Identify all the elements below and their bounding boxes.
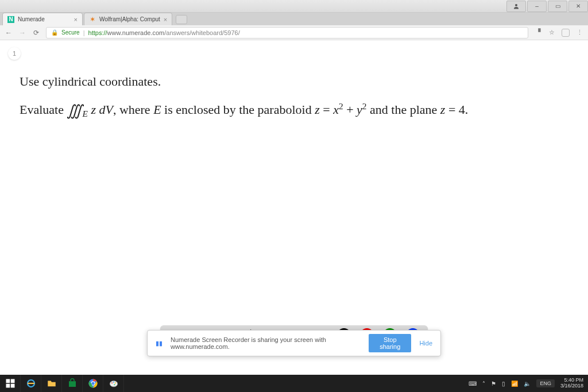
- tab-title: Numerade: [18, 16, 71, 22]
- problem-statement: Use cylindrical coordinates. Evaluate ∭E…: [20, 71, 565, 121]
- nav-reload-icon[interactable]: ⟳: [32, 29, 40, 37]
- tab-close-icon[interactable]: ×: [74, 16, 78, 23]
- clock-date: 3/16/2018: [560, 383, 583, 389]
- window-user-button[interactable]: [506, 1, 526, 12]
- browser-tab-numerade[interactable]: N Numerade ×: [2, 13, 83, 25]
- eq1-x-sup: 2: [339, 101, 343, 111]
- integrand: z dV: [88, 102, 113, 117]
- bookmark-star-icon[interactable]: ☆: [548, 29, 556, 37]
- address-input[interactable]: 🔒 Secure | https://www.numerade.com/answ…: [46, 27, 528, 39]
- url-protocol: https://: [88, 29, 107, 36]
- svg-point-13: [111, 382, 112, 383]
- tab-close-icon[interactable]: ×: [164, 16, 167, 23]
- share-message: Numerade Screen Recorder is sharing your…: [171, 336, 361, 350]
- svg-rect-8: [69, 381, 76, 387]
- svg-rect-6: [10, 384, 14, 388]
- tray-volume-icon[interactable]: 🔈: [524, 381, 531, 387]
- tray-chevron-icon[interactable]: ˄: [482, 381, 485, 387]
- integral-subscript: E: [82, 109, 87, 119]
- cast-icon[interactable]: ▝: [534, 29, 542, 37]
- lock-icon: 🔒: [51, 29, 58, 36]
- favicon-numerade: N: [7, 16, 14, 23]
- page-content: 1 Use cylindrical coordinates. Evaluate …: [0, 40, 588, 375]
- text-and-plane: and the plane: [367, 102, 440, 117]
- eq1-lhs: z: [315, 102, 320, 117]
- taskbar-store[interactable]: [62, 375, 83, 392]
- browser-menu-icon[interactable]: ⋮: [575, 29, 583, 37]
- svg-rect-3: [6, 379, 10, 383]
- eq2-rhs: 4: [459, 102, 465, 117]
- nav-forward-icon: →: [18, 29, 26, 37]
- tab-title: Wolfram|Alpha: Comput: [99, 16, 160, 22]
- url-host: www.numerade.com: [107, 29, 165, 36]
- eq1-x: x: [333, 102, 339, 117]
- stop-sharing-button[interactable]: Stop sharing: [369, 334, 411, 352]
- svg-rect-4: [10, 379, 14, 383]
- keyboard-icon[interactable]: ⌨: [469, 381, 477, 387]
- extension-icon[interactable]: [562, 29, 570, 37]
- eq1-y-sup: 2: [362, 101, 367, 111]
- tray-wifi-icon[interactable]: 📶: [511, 381, 518, 387]
- secure-label: Secure: [61, 29, 80, 36]
- share-indicator-icon: ▮▮: [156, 340, 163, 347]
- triple-integral-icon: ∭: [67, 99, 82, 123]
- eq2-eq: =: [445, 102, 458, 117]
- screen-share-popup: ▮▮ Numerade Screen Recorder is sharing y…: [147, 330, 441, 356]
- page-number-badge[interactable]: 1: [8, 47, 21, 60]
- eq1-y: y: [357, 102, 362, 117]
- problem-line1: Use cylindrical coordinates.: [20, 71, 565, 91]
- eq1-plus: +: [343, 102, 357, 117]
- hide-link[interactable]: Hide: [419, 340, 432, 347]
- windows-taskbar: ⌨ ˄ ⚑ ▯ 📶 🔈 ENG 5:40 PM 3/16/2018: [0, 375, 588, 392]
- window-close-button[interactable]: ✕: [568, 1, 588, 12]
- nav-back-icon[interactable]: ←: [5, 29, 13, 37]
- url-separator: |: [83, 29, 85, 36]
- browser-tabstrip: N Numerade × ✶ Wolfram|Alpha: Comput ×: [0, 13, 588, 25]
- taskbar-chrome[interactable]: [83, 375, 103, 392]
- system-tray: ⌨ ˄ ⚑ ▯ 📶 🔈 ENG 5:40 PM 3/16/2018: [464, 375, 588, 392]
- tray-flag-icon[interactable]: ⚑: [491, 381, 496, 387]
- start-button[interactable]: [0, 375, 21, 392]
- svg-point-11: [91, 382, 94, 385]
- favicon-wolfram: ✶: [89, 16, 96, 23]
- new-tab-button[interactable]: [176, 15, 187, 24]
- taskbar-clock[interactable]: 5:40 PM 3/16/2018: [560, 378, 583, 389]
- taskbar-paint[interactable]: [103, 375, 124, 392]
- svg-point-0: [515, 4, 517, 6]
- svg-point-16: [114, 384, 115, 385]
- browser-toolbar: ← → ⟳ 🔒 Secure | https://www.numerade.co…: [0, 25, 588, 40]
- taskbar-ie[interactable]: [21, 375, 41, 392]
- text-evaluate: Evaluate: [20, 102, 67, 117]
- text-enclosed: is enclosed by the paraboloid: [161, 102, 315, 117]
- text-where: , where: [113, 102, 153, 117]
- svg-point-14: [113, 382, 114, 383]
- svg-rect-5: [6, 384, 10, 388]
- language-indicator[interactable]: ENG: [536, 379, 555, 387]
- problem-line2: Evaluate ∭E z dV, where E is enclosed by…: [20, 97, 565, 121]
- region-var: E: [153, 102, 161, 117]
- tray-battery-icon[interactable]: ▯: [502, 381, 505, 387]
- url-path: /answers/whiteboard/5976/: [164, 29, 239, 36]
- window-maximize-button[interactable]: ▭: [548, 1, 567, 12]
- svg-point-15: [114, 382, 115, 383]
- taskbar-explorer[interactable]: [41, 375, 62, 392]
- window-minimize-button[interactable]: –: [527, 1, 547, 12]
- window-titlebar: – ▭ ✕: [0, 0, 588, 13]
- text-period: .: [465, 102, 469, 117]
- eq1-eq: =: [320, 102, 333, 117]
- browser-tab-wolfram[interactable]: ✶ Wolfram|Alpha: Comput ×: [84, 13, 172, 25]
